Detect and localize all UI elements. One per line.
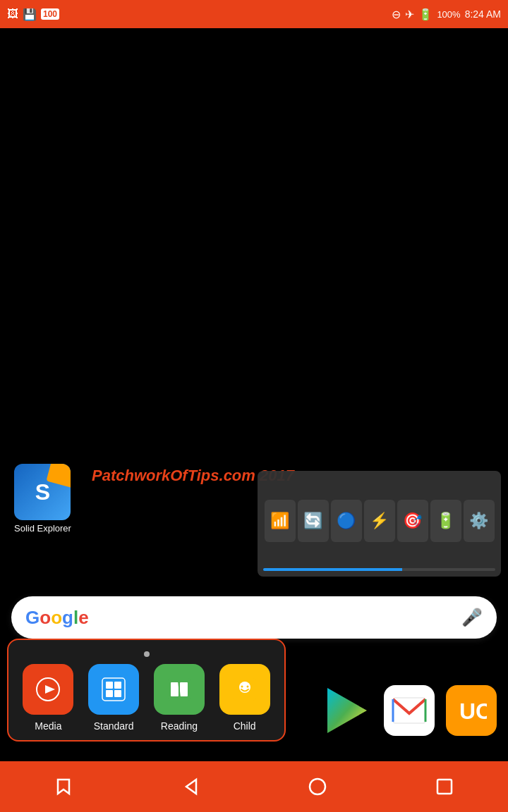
nav-bookmark-button[interactable] <box>42 765 85 808</box>
profile-child[interactable]: Child <box>213 664 276 732</box>
battery-percent: 100% <box>437 9 460 20</box>
profile-media[interactable]: Media <box>17 664 80 732</box>
svg-point-13 <box>241 686 243 688</box>
sound-profiles-dock: Media Standard <box>7 639 286 742</box>
svg-marker-20 <box>186 780 196 794</box>
qs-camera-icon[interactable]: 🎯 <box>397 500 428 542</box>
svg-rect-9 <box>180 682 188 696</box>
child-label: Child <box>234 720 256 732</box>
standard-icon[interactable] <box>88 664 139 715</box>
uc-browser-icon[interactable]: UC <box>446 685 497 736</box>
solid-explorer-label: Solid Explorer <box>14 523 71 534</box>
svg-marker-15 <box>327 688 367 733</box>
svg-rect-3 <box>106 682 113 689</box>
qs-battery-saver-icon[interactable]: 🔋 <box>430 500 461 542</box>
play-store-icon[interactable] <box>322 685 373 736</box>
screenshot-icon: 🖼 <box>7 8 18 20</box>
profiles-row: Media Standard <box>17 664 276 732</box>
svg-rect-8 <box>171 682 179 696</box>
reading-label: Reading <box>161 720 198 732</box>
airplane-icon: ✈ <box>405 8 414 21</box>
reading-icon[interactable] <box>154 664 205 715</box>
svg-rect-6 <box>114 690 121 697</box>
gmail-icon[interactable] <box>384 685 435 736</box>
qs-bluetooth-icon[interactable]: 🔵 <box>331 500 362 542</box>
qs-wifi-icon[interactable]: 📶 <box>265 500 296 542</box>
google-logo: Google <box>25 607 89 629</box>
solid-explorer-icon[interactable]: S Solid Explorer <box>14 464 71 534</box>
solid-explorer-app-icon[interactable]: S <box>14 464 71 520</box>
nav-home-button[interactable] <box>296 765 339 808</box>
battery-icon: 🔋 <box>418 8 433 21</box>
svg-rect-5 <box>106 690 113 697</box>
status-left-icons: 🖼 💾 100 <box>7 8 59 21</box>
svg-rect-2 <box>102 678 125 701</box>
qs-icons-row: 📶 🔄 🔵 ⚡ 🎯 🔋 ⚙️ <box>263 476 495 565</box>
mic-icon[interactable]: 🎤 <box>461 608 483 627</box>
badge-100-icon: 100 <box>41 8 59 20</box>
status-right-icons: ⊖ ✈ 🔋 100% 8:24 AM <box>392 8 501 21</box>
dnd-icon: ⊖ <box>392 8 401 21</box>
main-area: S Solid Explorer PatchworkOfTips.com 201… <box>0 28 508 812</box>
solid-s-letter: S <box>35 479 50 505</box>
profile-standard[interactable]: Standard <box>83 664 145 732</box>
qs-progress-bar <box>263 568 495 571</box>
clock: 8:24 AM <box>465 8 501 20</box>
qs-sync-icon[interactable]: 🔄 <box>298 500 329 542</box>
status-bar: 🖼 💾 100 ⊖ ✈ 🔋 100% 8:24 AM <box>0 0 508 28</box>
svg-rect-4 <box>114 682 121 689</box>
qs-flash-icon[interactable]: ⚡ <box>364 500 395 542</box>
svg-point-21 <box>310 779 325 794</box>
save-icon: 💾 <box>23 8 37 21</box>
standard-label: Standard <box>94 720 134 732</box>
media-label: Media <box>35 720 61 732</box>
qs-settings-icon[interactable]: ⚙️ <box>464 500 495 542</box>
child-icon[interactable] <box>219 664 270 715</box>
media-icon[interactable] <box>23 664 73 715</box>
profile-reading[interactable]: Reading <box>148 664 211 732</box>
svg-rect-22 <box>437 780 452 794</box>
quick-settings-panel: 📶 🔄 🔵 ⚡ 🎯 🔋 ⚙️ <box>258 471 501 577</box>
right-apps-dock: UC <box>322 685 497 736</box>
svg-point-14 <box>246 686 248 688</box>
svg-text:UC: UC <box>459 699 487 724</box>
dock-handle <box>144 651 150 657</box>
nav-back-button[interactable] <box>169 765 212 808</box>
google-search-bar[interactable]: Google 🎤 <box>11 596 497 639</box>
nav-bar <box>0 761 508 812</box>
nav-recent-button[interactable] <box>423 765 466 808</box>
